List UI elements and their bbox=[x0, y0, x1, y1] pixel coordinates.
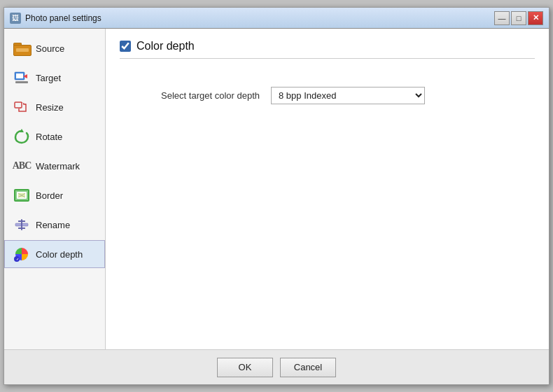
sidebar-item-resize-label: Resize bbox=[36, 102, 64, 113]
sidebar-item-border[interactable]: Border bbox=[4, 181, 105, 209]
sidebar: Source Target bbox=[4, 29, 106, 349]
colordepth-icon: ✓ bbox=[13, 246, 30, 262]
rotate-icon bbox=[13, 128, 30, 145]
rename-icon bbox=[13, 216, 30, 233]
content-area: Color depth Select target color depth 8 … bbox=[106, 29, 549, 349]
target-icon bbox=[13, 69, 30, 86]
colordepth-checkbox[interactable] bbox=[120, 41, 131, 52]
resize-icon bbox=[13, 99, 30, 115]
sidebar-item-watermark[interactable]: ABC Watermark bbox=[4, 152, 105, 180]
section-title: Color depth bbox=[136, 40, 195, 52]
sidebar-item-watermark-label: Watermark bbox=[36, 161, 80, 172]
title-bar: 🖼 Photo panel settings — □ ✕ bbox=[4, 8, 549, 29]
svg-rect-13 bbox=[18, 220, 25, 222]
cancel-button[interactable]: Cancel bbox=[280, 358, 336, 377]
folder-icon bbox=[13, 40, 30, 57]
watermark-icon: ABC bbox=[13, 158, 30, 174]
window-body: Source Target bbox=[4, 29, 549, 349]
minimize-button[interactable]: — bbox=[494, 11, 510, 25]
sidebar-item-rotate-label: Rotate bbox=[36, 132, 62, 142]
svg-text:✓: ✓ bbox=[16, 257, 19, 261]
title-bar-left: 🖼 Photo panel settings bbox=[10, 13, 102, 24]
window-title: Photo panel settings bbox=[25, 13, 102, 23]
sidebar-item-rename[interactable]: Rename bbox=[4, 211, 105, 239]
ok-button[interactable]: OK bbox=[217, 358, 273, 377]
border-icon bbox=[13, 187, 30, 204]
svg-rect-14 bbox=[18, 227, 25, 229]
footer: OK Cancel bbox=[4, 349, 549, 384]
sidebar-item-source[interactable]: Source bbox=[4, 34, 105, 62]
sidebar-item-colordepth-label: Color depth bbox=[36, 249, 83, 260]
title-controls: — □ ✕ bbox=[494, 11, 543, 25]
restore-button[interactable]: □ bbox=[511, 11, 526, 25]
sidebar-item-rotate[interactable]: Rotate bbox=[4, 122, 105, 150]
window-icon: 🖼 bbox=[10, 13, 21, 24]
svg-rect-3 bbox=[15, 81, 28, 83]
sidebar-item-target[interactable]: Target bbox=[4, 64, 105, 92]
form-label: Select target color depth bbox=[134, 90, 260, 101]
main-window: 🖼 Photo panel settings — □ ✕ Source bbox=[4, 7, 550, 385]
section-header: Color depth bbox=[120, 40, 535, 59]
sidebar-item-target-label: Target bbox=[36, 73, 61, 83]
close-button[interactable]: ✕ bbox=[528, 11, 543, 25]
color-depth-select[interactable]: 8 bpp Indexed 1 bpp Black & White 4 bpp … bbox=[271, 87, 425, 104]
sidebar-item-resize[interactable]: Resize bbox=[4, 93, 105, 121]
svg-rect-1 bbox=[16, 74, 23, 78]
sidebar-item-rename-label: Rename bbox=[36, 220, 70, 230]
sidebar-item-colordepth[interactable]: ✓ Color depth bbox=[4, 240, 105, 268]
sidebar-item-border-label: Border bbox=[36, 190, 63, 201]
sidebar-item-source-label: Source bbox=[36, 43, 64, 54]
svg-rect-4 bbox=[15, 102, 22, 108]
form-row: Select target color depth 8 bpp Indexed … bbox=[120, 87, 535, 104]
